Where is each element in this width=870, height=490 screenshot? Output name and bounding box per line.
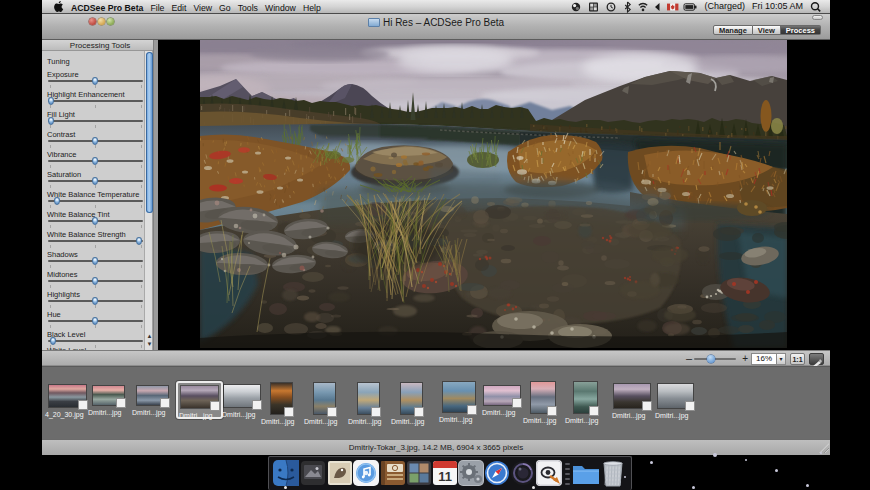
svg-text:11: 11	[438, 469, 452, 484]
